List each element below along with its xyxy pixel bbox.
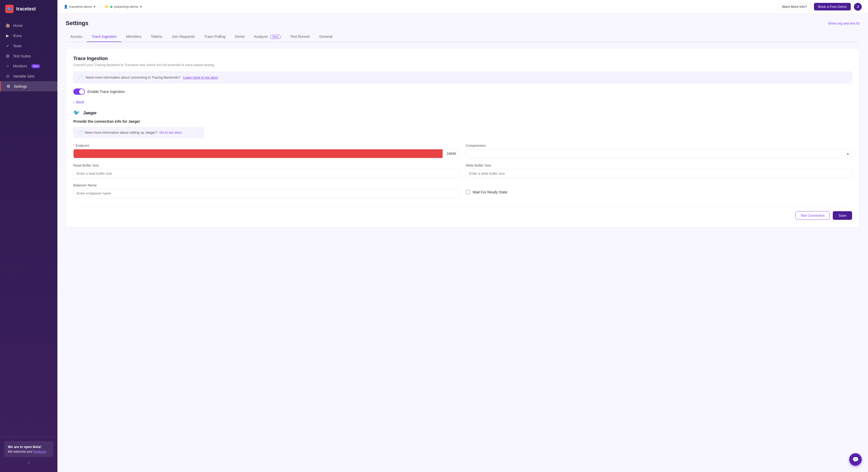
project-status-dot (111, 6, 113, 8)
enable-toggle-row: Enable Trace Ingestion (73, 88, 852, 95)
sidebar-item-tests[interactable]: ✓ Tests (0, 41, 57, 51)
wait-for-ready-group: Wait For Ready State (466, 183, 852, 198)
jaeger-info-text: Need more information about setting up J… (85, 130, 157, 135)
read-buffer-input[interactable] (73, 169, 460, 178)
endpoint-compression-row: * Endpoint :16685 Compression (73, 144, 852, 158)
sidebar-label-runs: Runs (13, 34, 22, 38)
logo-icon: 🔷 (5, 5, 13, 13)
save-button[interactable]: Save (833, 211, 852, 220)
tab-test-runner[interactable]: Test Runner (285, 32, 314, 42)
content-area: Settings Show org and env ID Access Trac… (57, 13, 868, 472)
project-folder-icon: 📁 (105, 5, 109, 9)
tab-join-requests[interactable]: Join Requests (167, 32, 199, 42)
wait-for-ready-checkbox[interactable] (466, 190, 470, 194)
settings-tabs: Access Trace Ingestion Members Tokens Jo… (66, 32, 860, 42)
buffer-size-row: Read Buffer Size Write Buffer Size (73, 164, 852, 178)
chat-bubble[interactable]: 💬 (849, 453, 862, 466)
sidebar-label-home: Home (13, 24, 23, 28)
sidebar-nav: 🏠 Home ▶ Runs ✓ Tests ⊞ Test Suites ○ Mo… (0, 18, 57, 437)
workspace-selector[interactable]: 👤 tracetest-demo ▾ (64, 5, 95, 9)
sidebar-collapse-button[interactable]: ‹ (4, 457, 53, 468)
balancer-name-label: Balancer Name (73, 183, 460, 187)
go-to-docs-link[interactable]: Go to our docs (159, 130, 182, 135)
sidebar-item-monitors[interactable]: ○ Monitors New (0, 61, 57, 71)
project-name: pokeshop-demo (114, 5, 138, 9)
sidebar-item-test-suites[interactable]: ⊞ Test Suites (0, 51, 57, 61)
enable-toggle-label: Enable Trace Ingestion (87, 90, 125, 94)
sidebar-item-home[interactable]: 🏠 Home (0, 20, 57, 31)
jaeger-icon: 🐦 (73, 109, 81, 117)
sidebar-item-runs[interactable]: ▶ Runs (0, 31, 57, 41)
jaeger-info-icon: 📄 (77, 130, 83, 135)
endpoint-input-wrapper: :16685 (73, 149, 460, 158)
jaeger-section: 🐦 Jaeger Provide the connection info for… (73, 109, 852, 220)
sidebar: 🔷 tracetest 🏠 Home ▶ Runs ✓ Tests ⊞ Test… (0, 0, 57, 472)
jaeger-info-box: 📄 Need more information about setting up… (73, 127, 204, 138)
workspace-name: tracetest-demo (69, 5, 92, 9)
info-icon: 📄 (78, 75, 83, 80)
compression-label: Compression (466, 144, 852, 148)
tab-general[interactable]: General (315, 32, 337, 42)
sidebar-label-settings: Settings (14, 84, 27, 88)
back-arrow-icon: ‹ (73, 100, 75, 104)
info-box-text: Need more information about connecting t… (86, 76, 181, 79)
beta-title: We are in open Beta! (8, 445, 50, 449)
jaeger-header: 🐦 Jaeger (73, 109, 852, 117)
balancer-ready-row: Balancer Name Wait For Ready State (73, 183, 852, 198)
endpoint-group: * Endpoint :16685 (73, 144, 460, 158)
monitors-badge: New (31, 64, 40, 68)
sidebar-item-variable-sets[interactable]: ⊙ Variable Sets (0, 71, 57, 81)
logo-text: tracetest (16, 6, 36, 12)
back-label: Back (76, 100, 84, 104)
write-buffer-input[interactable] (466, 169, 852, 178)
sidebar-logo: 🔷 tracetest (0, 0, 57, 18)
page-title: Settings (66, 20, 89, 27)
sidebar-label-test-suites: Test Suites (13, 54, 31, 58)
settings-card: Trace Ingestion Connect your Tracing Bac… (66, 48, 860, 227)
sidebar-label-tests: Tests (13, 44, 22, 48)
project-chevron: ▾ (140, 5, 142, 9)
sidebar-item-settings[interactable]: ⚙ Settings (0, 81, 57, 91)
write-buffer-group: Write Buffer Size (466, 164, 852, 178)
learn-more-link[interactable]: Learn more in our docs (183, 76, 218, 79)
tab-analyzer[interactable]: Analyzer Beta (249, 32, 285, 42)
user-avatar[interactable]: J (854, 3, 862, 11)
sidebar-label-monitors: Monitors (13, 64, 27, 68)
sidebar-label-variable-sets: Variable Sets (13, 74, 34, 78)
tab-tokens[interactable]: Tokens (146, 32, 167, 42)
topbar: 👤 tracetest-demo ▾ / 📁 pokeshop-demo ▾ W… (57, 0, 868, 13)
test-connection-button[interactable]: Test Connection (796, 211, 830, 220)
enable-trace-ingestion-toggle[interactable] (73, 88, 85, 95)
feedback-link[interactable]: feedback (33, 450, 46, 453)
tab-trace-polling[interactable]: Trace Polling (199, 32, 230, 42)
compression-select-wrapper: gzip none (466, 149, 852, 158)
tab-demo[interactable]: Demo (230, 32, 249, 42)
write-buffer-label: Write Buffer Size (466, 164, 852, 167)
read-buffer-group: Read Buffer Size (73, 164, 460, 178)
show-env-link[interactable]: Show org and env ID (828, 21, 860, 25)
tab-access[interactable]: Access (66, 32, 87, 42)
beta-text: We welcome your feedback (8, 450, 50, 453)
compression-group: Compression gzip none (466, 144, 852, 158)
tab-members[interactable]: Members (121, 32, 146, 42)
analyzer-beta-badge: Beta (270, 35, 281, 39)
page-header: Settings Show org and env ID (66, 20, 860, 27)
compression-select[interactable]: gzip none (466, 149, 852, 158)
balancer-name-group: Balancer Name (73, 183, 460, 198)
balancer-name-input[interactable] (73, 189, 460, 198)
chat-icon: 💬 (852, 456, 859, 463)
back-button[interactable]: ‹ Back (73, 100, 852, 104)
jaeger-title: Jaeger (83, 111, 97, 115)
tab-trace-ingestion[interactable]: Trace Ingestion (87, 32, 121, 42)
runs-icon: ▶ (5, 33, 10, 38)
main-area: 👤 tracetest-demo ▾ / 📁 pokeshop-demo ▾ W… (57, 0, 868, 472)
tests-icon: ✓ (5, 43, 10, 48)
topbar-right: Want More Info? Book a Free Demo J (778, 3, 862, 11)
beta-box: We are in open Beta! We welcome your fee… (4, 441, 53, 457)
book-free-demo-button[interactable]: Book a Free Demo (814, 3, 851, 10)
workspace-chevron: ▾ (94, 5, 95, 9)
endpoint-label: * Endpoint (73, 144, 460, 148)
want-more-info-button[interactable]: Want More Info? (778, 3, 811, 10)
project-selector[interactable]: 📁 pokeshop-demo ▾ (105, 5, 142, 9)
wait-for-ready-label[interactable]: Wait For Ready State (473, 190, 507, 194)
